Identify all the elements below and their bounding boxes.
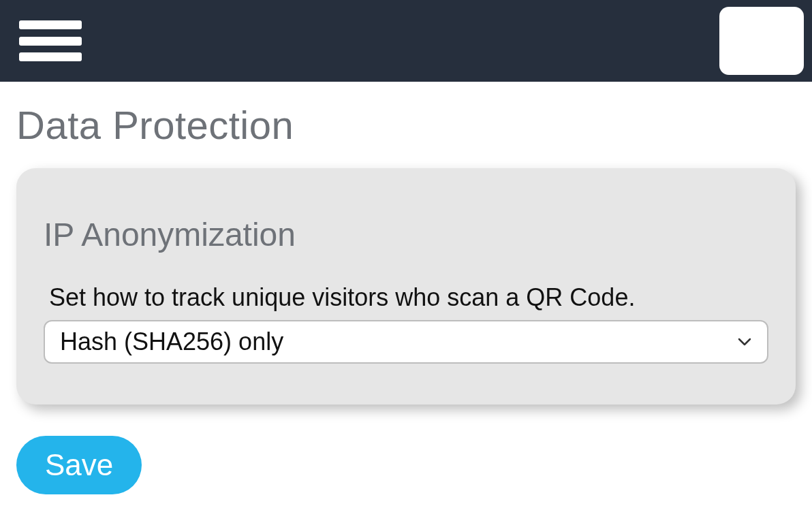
tracking-select-value: Hash (SHA256) only	[60, 328, 283, 356]
tracking-select[interactable]: Hash (SHA256) only	[44, 320, 768, 364]
hamburger-icon[interactable]	[19, 20, 82, 61]
top-right-panel[interactable]	[719, 7, 804, 75]
hamburger-bar	[19, 20, 82, 29]
tracking-field-label: Set how to track unique visitors who sca…	[44, 283, 768, 312]
hamburger-bar	[19, 52, 82, 61]
card-title: IP Anonymization	[44, 216, 768, 253]
content-area: Data Protection IP Anonymization Set how…	[0, 82, 812, 494]
page-title: Data Protection	[16, 102, 796, 148]
hamburger-bar	[19, 37, 82, 46]
save-button[interactable]: Save	[16, 436, 142, 494]
chevron-down-icon	[737, 334, 752, 349]
topbar	[0, 0, 812, 82]
ip-anonymization-card: IP Anonymization Set how to track unique…	[16, 168, 796, 404]
